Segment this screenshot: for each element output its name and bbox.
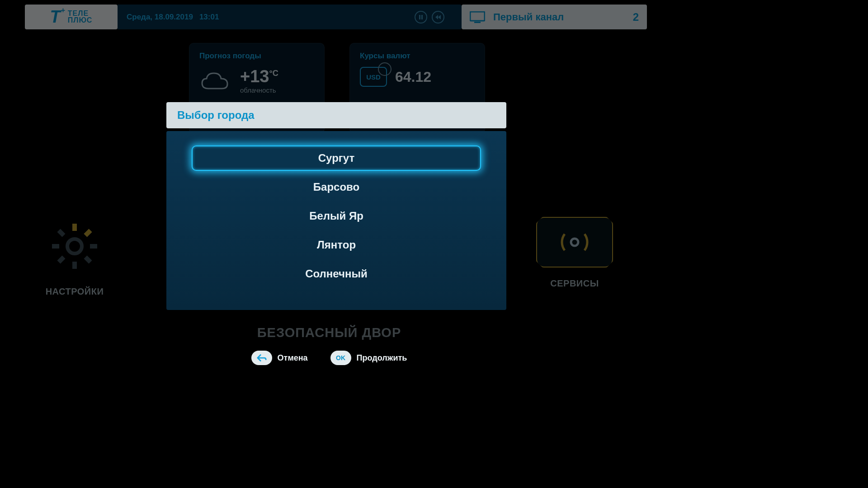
modal-title: Выбор города (177, 109, 255, 122)
modal-body: Сургут Барсово Белый Яр Лянтор Солнечный (166, 131, 506, 310)
city-option-2[interactable]: Белый Яр (192, 203, 481, 229)
city-option-3[interactable]: Лянтор (192, 232, 481, 258)
cancel-button[interactable]: Отмена (251, 351, 308, 365)
city-select-modal: Выбор города Сургут Барсово Белый Яр Лян… (166, 102, 506, 310)
back-icon (251, 351, 272, 365)
continue-label: Продолжить (357, 353, 407, 363)
modal-header: Выбор города (166, 102, 506, 128)
ok-badge: OK (330, 351, 351, 365)
continue-button[interactable]: OK Продолжить (330, 351, 407, 365)
city-option-4[interactable]: Солнечный (192, 261, 481, 286)
footer-actions: Отмена OK Продолжить (0, 351, 658, 365)
city-option-1[interactable]: Барсово (192, 174, 481, 200)
cancel-label: Отмена (278, 353, 308, 363)
city-option-0[interactable]: Сургут (192, 145, 481, 171)
